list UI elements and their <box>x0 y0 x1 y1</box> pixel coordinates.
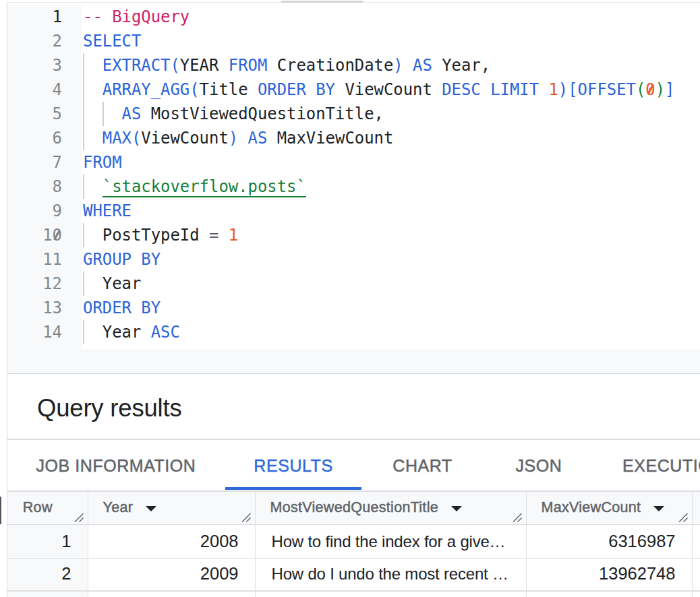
code-line-9[interactable]: WHERE <box>83 199 132 223</box>
active-tab-underline <box>225 487 361 491</box>
code-token-id: Year <box>83 323 151 342</box>
code-token-kw: MAX( <box>83 129 141 148</box>
tab-label: EXECUTION DETAILS <box>622 456 700 476</box>
column-resize-handle-icon[interactable] <box>678 513 689 523</box>
code-token-kw: DESC LIMIT <box>442 80 539 99</box>
line-number-3: 3 <box>22 53 62 77</box>
line-number-5: 5 <box>22 102 62 126</box>
table-header-row: RowYearMostViewedQuestionTitleMaxViewCou… <box>7 492 700 524</box>
table-reference-link[interactable]: `stackoverflow.posts` <box>103 177 306 197</box>
indent-guide <box>103 102 104 126</box>
code-token-id: ViewCount <box>141 129 228 148</box>
tab-label: JSON <box>516 456 562 476</box>
sort-dropdown-icon[interactable] <box>146 506 156 511</box>
tab-job-information[interactable]: JOB INFORMATION <box>7 440 225 491</box>
column-resize-handle-icon[interactable] <box>513 513 523 523</box>
column-resize-handle-icon[interactable] <box>74 513 84 523</box>
table-row-border <box>7 558 700 559</box>
sort-dropdown-icon[interactable] <box>653 506 664 511</box>
line-number-11: 11 <box>22 247 62 272</box>
tab-execution-details[interactable]: EXECUTION DETAILS <box>594 440 700 491</box>
left-vertical-scrollbar-thumb[interactable] <box>0 497 1 524</box>
line-number-8: 8 <box>22 175 62 199</box>
code-token-kw: GROUP BY <box>83 250 161 269</box>
tab-json[interactable]: JSON <box>484 440 594 491</box>
code-line-5[interactable]: AS MostViewedQuestionTitle, <box>83 102 384 126</box>
code-token-id: MaxViewCount <box>267 129 393 148</box>
code-token-id: Year, <box>432 56 490 75</box>
column-label: Row <box>7 499 52 516</box>
editor-bottom-strip <box>7 349 700 373</box>
code-token-kw: ) AS <box>393 56 432 75</box>
indent-guide <box>83 320 84 344</box>
column-resize-handle-icon[interactable] <box>241 513 252 523</box>
code-token-id <box>539 80 548 99</box>
column-header-mostviewedquestiontitle[interactable]: MostViewedQuestionTitle <box>255 492 526 524</box>
code-line-6[interactable]: MAX(ViewCount) AS MaxViewCount <box>83 126 393 150</box>
results-tab-bar: JOB INFORMATIONRESULTSCHARTJSONEXECUTION… <box>7 440 700 491</box>
cell-r1-mostviewedquestiontitle[interactable]: How to find the index for a give… <box>255 525 526 557</box>
table-vertical-gridline <box>255 492 256 597</box>
query-results-title: Query results <box>37 394 181 422</box>
line-number-7: 7 <box>22 150 62 175</box>
sort-dropdown-icon[interactable] <box>451 506 462 511</box>
code-token-id: PostTypeId <box>83 226 209 245</box>
editor-code-area[interactable]: -- BigQuerySELECT EXTRACT(YEAR FROM Crea… <box>83 5 700 344</box>
line-number-6: 6 <box>22 126 62 150</box>
code-token-kw: FROM <box>229 56 268 75</box>
column-header-year[interactable]: Year <box>88 492 255 524</box>
bigquery-panel: 1234567891011121314 -- BigQuerySELECT EX… <box>0 0 700 597</box>
code-token-kw: ARRAY_AGG( <box>83 80 200 99</box>
cell-r1-year[interactable]: 2008 <box>88 525 255 557</box>
code-token-kw: WHERE <box>83 201 132 220</box>
code-line-13[interactable]: ORDER BY <box>83 296 161 320</box>
indent-guide <box>83 272 84 296</box>
line-number-9: 9 <box>22 199 62 223</box>
cell-r2-mostviewedquestiontitle[interactable]: How do I undo the most recent … <box>255 558 526 590</box>
indent-guide <box>83 53 84 77</box>
code-token-id <box>218 226 228 245</box>
code-token-num: 0 <box>645 80 655 99</box>
indent-guide <box>83 77 84 102</box>
table-vertical-gridline <box>692 492 693 597</box>
code-line-7[interactable]: FROM <box>83 150 122 175</box>
cell-r2-year[interactable]: 2009 <box>88 558 255 590</box>
table-vertical-gridline <box>88 492 88 597</box>
cell-r1-maxviewcount[interactable]: 6316987 <box>526 525 692 557</box>
code-token-kw: FROM <box>83 153 122 172</box>
code-token-id: CreationDate <box>267 56 393 75</box>
code-token-grn: ( <box>636 80 645 99</box>
tab-chart[interactable]: CHART <box>361 440 484 491</box>
editor-line-number-gutter: 1234567891011121314 <box>7 5 82 349</box>
code-token-kw: ] <box>665 80 674 99</box>
column-header-maxviewcount[interactable]: MaxViewCount <box>526 492 692 524</box>
code-line-4[interactable]: ARRAY_AGG(Title ORDER BY ViewCount DESC … <box>83 77 674 102</box>
cell-r1-row[interactable]: 1 <box>7 525 88 557</box>
code-line-11[interactable]: GROUP BY <box>83 247 161 272</box>
column-label: Year <box>88 499 133 516</box>
code-line-3[interactable]: EXTRACT(YEAR FROM CreationDate) AS Year, <box>83 53 490 77</box>
code-line-10[interactable]: PostTypeId = 1 <box>83 223 238 247</box>
column-header-row[interactable]: Row <box>7 492 88 524</box>
code-token-kw: ) AS <box>229 129 268 148</box>
code-token-kw: EXTRACT( <box>83 56 180 75</box>
indent-guide <box>83 126 84 150</box>
tab-results[interactable]: RESULTS <box>225 440 361 491</box>
code-line-12[interactable]: Year <box>83 272 141 296</box>
cell-r2-maxviewcount[interactable]: 13962748 <box>526 558 692 590</box>
table-vertical-gridline <box>526 492 527 597</box>
code-line-1[interactable]: -- BigQuery <box>83 5 189 29</box>
code-token-id: MostViewedQuestionTitle, <box>141 104 384 123</box>
code-token-num: 1 <box>229 226 238 245</box>
code-line-14[interactable]: Year ASC <box>83 320 180 344</box>
code-line-8[interactable]: `stackoverflow.posts` <box>83 175 306 199</box>
code-token-kw: AS <box>83 104 141 123</box>
line-number-14: 14 <box>22 320 62 344</box>
cell-r2-row[interactable]: 2 <box>7 558 88 590</box>
code-line-2[interactable]: SELECT <box>83 29 141 53</box>
indent-guide <box>83 175 84 199</box>
column-label: MaxViewCount <box>526 499 641 516</box>
code-token-id: Year <box>83 274 141 293</box>
line-number-1: 1 <box>22 5 62 29</box>
divider-editor-results <box>7 373 700 374</box>
